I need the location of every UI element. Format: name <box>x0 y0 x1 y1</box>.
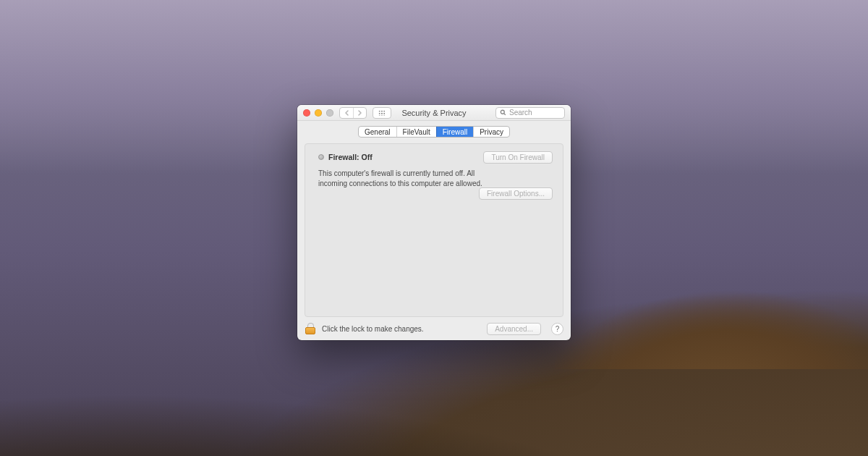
svg-point-0 <box>501 110 504 114</box>
back-forward-segment <box>339 107 367 119</box>
lock-button[interactable] <box>305 323 316 334</box>
svg-line-1 <box>504 114 506 115</box>
show-all-prefs-button[interactable] <box>373 107 391 119</box>
lock-body-icon <box>305 327 315 334</box>
traffic-lights <box>303 109 333 117</box>
zoom-window-button[interactable] <box>326 109 333 117</box>
forward-button[interactable] <box>353 108 366 118</box>
firewall-pane: Firewall: Off Turn On Firewall This comp… <box>305 143 563 317</box>
toolbar-nav-group <box>339 107 391 119</box>
chevron-left-icon <box>344 110 349 116</box>
minimize-window-button[interactable] <box>315 109 322 117</box>
turn-on-firewall-button[interactable]: Turn On Firewall <box>483 151 553 164</box>
tab-firewall[interactable]: Firewall <box>436 127 473 137</box>
tab-general[interactable]: General <box>359 127 396 137</box>
search-icon <box>500 109 506 116</box>
search-field[interactable]: Search <box>495 107 565 119</box>
window-titlebar[interactable]: Security & Privacy Search <box>297 105 571 121</box>
firewall-options-button[interactable]: Firewall Options... <box>479 187 553 200</box>
status-indicator-icon <box>318 154 324 160</box>
back-button[interactable] <box>340 108 353 118</box>
close-window-button[interactable] <box>303 109 310 117</box>
firewall-status-label: Firewall: Off <box>328 153 373 161</box>
tab-filevault[interactable]: FileVault <box>396 127 436 137</box>
tab-privacy[interactable]: Privacy <box>473 127 509 137</box>
lock-hint-text: Click the lock to make changes. <box>322 325 424 333</box>
chevron-right-icon <box>357 110 362 116</box>
tabs-row: General FileVault Firewall Privacy <box>297 121 571 138</box>
grid-icon <box>378 110 386 116</box>
advanced-button[interactable]: Advanced... <box>487 323 541 335</box>
firewall-description: This computer's firewall is currently tu… <box>318 169 499 188</box>
search-placeholder: Search <box>509 109 532 117</box>
tab-bar: General FileVault Firewall Privacy <box>358 126 510 138</box>
security-privacy-window: Security & Privacy Search General FileVa… <box>297 105 571 340</box>
window-footer: Click the lock to make changes. Advanced… <box>297 317 571 340</box>
help-button[interactable]: ? <box>551 323 563 335</box>
